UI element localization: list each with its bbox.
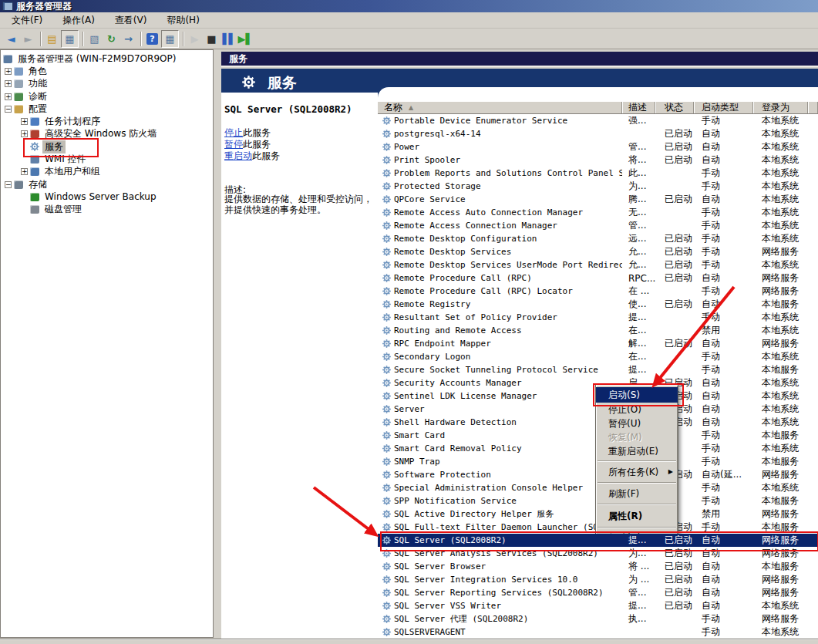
service-description-cell: 为 ...: [622, 573, 655, 586]
tree-item-local-users-groups[interactable]: +本地用户和组: [1, 166, 213, 178]
show-hide-action-pane-button[interactable]: ▦: [161, 30, 179, 48]
service-startup-type-cell: 自动: [694, 573, 753, 586]
tree-item-disk-management[interactable]: 磁盘管理: [1, 204, 213, 216]
tree-item-task-scheduler[interactable]: +任务计划程序: [1, 115, 213, 127]
service-row[interactable]: SQL Server Analysis Services (SQL2008R2)…: [378, 547, 818, 560]
service-row[interactable]: RPC Endpoint Mapper解...已启动自动网络服务: [378, 337, 818, 350]
service-row[interactable]: Routing and Remote Access在...禁用本地系统: [378, 324, 818, 337]
service-row[interactable]: SQLSERVERAGENT手动本地系统: [378, 625, 818, 639]
show-console-tree-button[interactable]: ▤: [44, 31, 60, 47]
menu-item-刷新[interactable]: 刷新(F): [596, 486, 678, 501]
menu-item-属性[interactable]: 属性(R): [596, 507, 678, 524]
start-service-button[interactable]: ▶: [187, 31, 203, 47]
service-description-cell: 将...: [622, 153, 655, 167]
service-row[interactable]: SQL Server (SQL2008R2)提...已启动自动网络服务: [378, 534, 818, 547]
column-header-startup-type[interactable]: 启动类型: [694, 102, 753, 113]
tree-item-storage[interactable]: −存储: [1, 178, 213, 191]
service-row[interactable]: Resultant Set of Policy Provider提...手动本地…: [378, 311, 818, 324]
service-row[interactable]: Power管...已启动自动本地系统: [378, 140, 818, 153]
restart-service-link[interactable]: 重启动此服务: [224, 150, 280, 162]
expand-toggle-icon[interactable]: +: [5, 93, 12, 100]
collapse-toggle-icon[interactable]: −: [5, 106, 12, 113]
service-row[interactable]: Remote Access Auto Connection Manager无..…: [378, 206, 818, 219]
forward-button[interactable]: ►: [20, 31, 36, 47]
menu-item-暂停[interactable]: 暂停(U): [596, 416, 678, 430]
tree-item-services-gear[interactable]: 服务: [1, 140, 213, 153]
service-name-cell: Smart Card: [378, 430, 622, 440]
service-row[interactable]: Print Spooler将...已启动自动本地系统: [378, 153, 818, 167]
column-header-name[interactable]: 名称▲: [378, 102, 622, 113]
pause-service-button[interactable]: ▌▌: [220, 31, 237, 47]
service-description-cell: RPC...: [622, 273, 655, 284]
service-startup-type-cell: 禁用: [694, 507, 753, 521]
menu-item-重新启动[interactable]: 重新启动(E): [596, 444, 678, 458]
service-row[interactable]: Portable Device Enumerator Service强...手动…: [378, 114, 818, 127]
help-button[interactable]: ?: [144, 31, 160, 47]
service-row[interactable]: Remote Desktop Configuration远...已启动手动本地系…: [378, 232, 818, 245]
service-row[interactable]: Remote Desktop Services允...已启动手动网络服务: [378, 245, 818, 258]
expand-toggle-icon[interactable]: +: [21, 130, 28, 137]
tree-item-roles[interactable]: +角色: [1, 65, 213, 77]
tree-item-diagnostics[interactable]: +诊断: [1, 90, 213, 103]
service-startup-type-cell: 自动: [694, 586, 753, 599]
refresh-button[interactable]: ↻: [103, 31, 120, 47]
restart-service-button[interactable]: ▶▌: [237, 31, 254, 47]
menu-view[interactable]: 查看(V): [108, 12, 154, 29]
service-row[interactable]: SQL Server Reporting Services (SQL2008R2…: [378, 586, 818, 599]
service-gear-icon: [382, 536, 391, 545]
service-logon-as-cell: 本地服务: [753, 363, 808, 376]
service-row[interactable]: Secondary Logon在...手动本地系统: [378, 350, 818, 363]
service-startup-type-cell: 手动: [694, 521, 753, 534]
stop-service-button[interactable]: ■: [204, 31, 220, 47]
show-hide-console-tree-button[interactable]: ▦: [61, 30, 79, 48]
service-row[interactable]: Secure Socket Tunneling Protocol Service…: [378, 363, 818, 376]
menu-item-恢复[interactable]: 恢复(M): [596, 430, 678, 444]
column-header-logon-as[interactable]: 登录为: [753, 102, 808, 113]
expand-toggle-icon[interactable]: +: [21, 118, 28, 125]
service-row[interactable]: Problem Reports and Solutions Control Pa…: [378, 167, 818, 180]
service-gear-icon: [382, 602, 391, 610]
tree-item-wmi-control[interactable]: WMI 控件: [1, 153, 213, 165]
menu-help[interactable]: 帮助(H): [160, 12, 206, 29]
service-row[interactable]: Protected Storage为...手动本地系统: [378, 180, 818, 193]
service-status-cell: 已启动: [655, 534, 694, 547]
service-row[interactable]: SQL Server 代理 (SQL2008R2)执...手动网络服务: [378, 612, 818, 625]
service-row[interactable]: QPCore Service腾...已启动自动本地系统: [378, 193, 818, 206]
tree-root-server-manager[interactable]: 服务器管理器 (WIN-F2M9D7OR9OP): [1, 52, 213, 65]
service-row[interactable]: SQL Server VSS Writer提...已启动自动本地系统: [378, 599, 818, 612]
service-logon-as-cell: 本地系统: [753, 324, 808, 337]
service-row[interactable]: SQL Server Integration Services 10.0为 ..…: [378, 573, 818, 586]
service-row[interactable]: SQL Server Browser将 ...已启动自动本地服务: [378, 560, 818, 573]
service-row[interactable]: Remote Access Connection Manager管...手动本地…: [378, 219, 818, 232]
column-header-description[interactable]: 描述: [622, 102, 655, 113]
expand-toggle-icon[interactable]: +: [5, 80, 12, 87]
menu-item-所有任务[interactable]: 所有任务(K)▶: [596, 464, 678, 480]
folder-icon: ▤: [47, 33, 56, 45]
menu-action[interactable]: 操作(A): [56, 12, 102, 29]
service-row[interactable]: Remote Procedure Call (RPC) Locator在 ...…: [378, 285, 818, 298]
back-button[interactable]: ◄: [3, 31, 19, 47]
service-row[interactable]: Remote Procedure Call (RPC)RPC...已启动自动网络…: [378, 271, 818, 285]
pause-service-link[interactable]: 暂停此服务: [224, 139, 280, 150]
service-row[interactable]: postgresql-x64-14已启动自动本地系统: [378, 127, 818, 140]
stop-service-link[interactable]: 停止此服务: [224, 127, 280, 139]
service-description-cell: 使...: [622, 298, 655, 311]
pane-divider[interactable]: [214, 49, 221, 644]
tree-item-backup[interactable]: Windows Server Backup: [1, 191, 213, 203]
collapse-toggle-icon[interactable]: −: [5, 181, 12, 188]
service-row[interactable]: Remote Desktop Services UserMode Port Re…: [378, 258, 818, 271]
service-row[interactable]: Remote Registry使...已启动自动本地服务: [378, 298, 818, 311]
expand-toggle-icon[interactable]: +: [21, 168, 28, 175]
expand-toggle-icon[interactable]: +: [5, 68, 12, 75]
service-name-cell: Remote Procedure Call (RPC) Locator: [378, 286, 622, 296]
column-header-status[interactable]: 状态: [655, 102, 694, 113]
tree-item-firewall[interactable]: +高级安全 Windows 防火墙: [1, 128, 213, 140]
tree-item-features[interactable]: +功能: [1, 78, 213, 90]
export-list-button[interactable]: →: [120, 31, 136, 47]
properties-button[interactable]: ▧: [86, 31, 103, 47]
service-gear-icon: [382, 444, 391, 453]
menu-item-启动[interactable]: 启动(S): [596, 387, 678, 403]
menu-item-停止[interactable]: 停止(O): [596, 403, 678, 416]
tree-item-configuration[interactable]: −配置: [1, 103, 213, 115]
menu-file[interactable]: 文件(F): [5, 12, 49, 29]
